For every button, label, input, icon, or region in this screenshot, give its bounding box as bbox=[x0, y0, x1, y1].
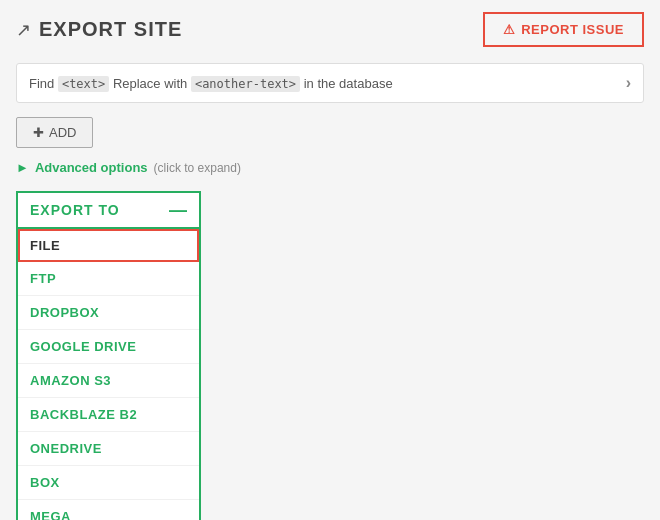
advanced-options[interactable]: ► Advanced options (click to expand) bbox=[16, 160, 644, 175]
search-arrow-icon: › bbox=[626, 74, 631, 92]
header: ↗ EXPORT SITE ⚠ REPORT ISSUE bbox=[16, 12, 644, 47]
export-destination-item[interactable]: BOX bbox=[18, 466, 199, 500]
add-button-label: ADD bbox=[49, 125, 76, 140]
search-text: Find <text> Replace with <another-text> … bbox=[29, 76, 393, 91]
header-left: ↗ EXPORT SITE bbox=[16, 18, 182, 41]
export-panel-title: EXPORT TO bbox=[30, 202, 120, 218]
export-destination-item[interactable]: ONEDRIVE bbox=[18, 432, 199, 466]
export-panel-header: EXPORT TO — bbox=[18, 193, 199, 229]
export-destination-item[interactable]: GOOGLE DRIVE bbox=[18, 330, 199, 364]
report-issue-label: REPORT ISSUE bbox=[521, 22, 624, 37]
add-button[interactable]: ✚ ADD bbox=[16, 117, 93, 148]
report-issue-button[interactable]: ⚠ REPORT ISSUE bbox=[483, 12, 644, 47]
export-destination-list: FILEFTPDROPBOXGOOGLE DRIVEAMAZON S3BACKB… bbox=[18, 229, 199, 520]
advanced-options-link[interactable]: Advanced options bbox=[35, 160, 148, 175]
search-bar[interactable]: Find <text> Replace with <another-text> … bbox=[16, 63, 644, 103]
export-site-icon: ↗ bbox=[16, 19, 31, 41]
export-destination-item[interactable]: MEGA bbox=[18, 500, 199, 520]
export-destination-item[interactable]: AMAZON S3 bbox=[18, 364, 199, 398]
plus-icon: ✚ bbox=[33, 125, 44, 140]
export-to-panel: EXPORT TO — FILEFTPDROPBOXGOOGLE DRIVEAM… bbox=[16, 191, 201, 520]
find-tag: <text> bbox=[58, 76, 109, 92]
chevron-right-icon: ► bbox=[16, 160, 29, 175]
export-destination-item[interactable]: BACKBLAZE B2 bbox=[18, 398, 199, 432]
export-destination-item[interactable]: FILE bbox=[18, 229, 199, 262]
advanced-options-hint: (click to expand) bbox=[154, 161, 241, 175]
warning-icon: ⚠ bbox=[503, 22, 516, 37]
export-destination-item[interactable]: DROPBOX bbox=[18, 296, 199, 330]
page-title: EXPORT SITE bbox=[39, 18, 182, 41]
collapse-icon[interactable]: — bbox=[169, 201, 187, 219]
page-container: ↗ EXPORT SITE ⚠ REPORT ISSUE Find <text>… bbox=[0, 0, 660, 520]
replace-tag: <another-text> bbox=[191, 76, 300, 92]
export-destination-item[interactable]: FTP bbox=[18, 262, 199, 296]
